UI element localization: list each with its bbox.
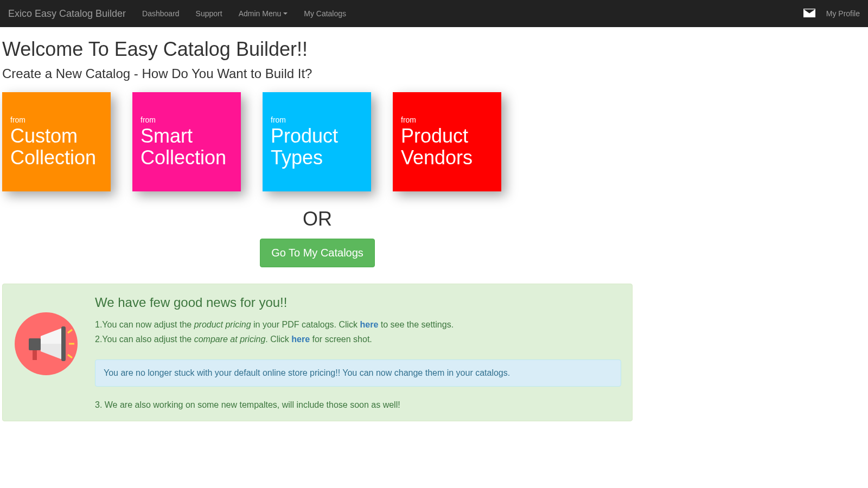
- news-text: for screen shot.: [310, 335, 372, 344]
- svg-rect-4: [61, 326, 66, 361]
- mail-icon[interactable]: [803, 9, 815, 19]
- news-link-pricing[interactable]: here: [360, 320, 379, 329]
- news-content: We have few good news for you!! 1.You ca…: [95, 295, 621, 410]
- nav-support[interactable]: Support: [196, 9, 222, 18]
- tile-title: Smart Collection: [141, 125, 233, 168]
- news-item-3: 3. We are also working on some new tempa…: [95, 400, 621, 410]
- news-item-2: 2.You can also adjust the compare at pri…: [95, 333, 621, 346]
- caret-down-icon: [283, 12, 288, 15]
- or-text: OR: [2, 208, 633, 230]
- megaphone-icon: [14, 311, 79, 378]
- news-text: 1.You can now adjust the: [95, 320, 194, 329]
- navbar: Exico Easy Catalog Builder Dashboard Sup…: [0, 0, 868, 27]
- tile-title: Custom Collection: [10, 125, 103, 168]
- navbar-nav: Dashboard Support Admin Menu My Catalogs: [134, 9, 803, 18]
- main-container: Welcome To Easy Catalog Builder!! Create…: [0, 27, 635, 421]
- nav-admin-menu-label: Admin Menu: [239, 9, 282, 18]
- news-text: 2.You can also adjust the: [95, 335, 194, 344]
- tile-from-label: from: [10, 115, 103, 124]
- or-section: OR Go To My Catalogs: [2, 208, 633, 267]
- go-to-my-catalogs-button[interactable]: Go To My Catalogs: [260, 239, 375, 267]
- tile-smart-collection[interactable]: from Smart Collection: [132, 92, 241, 191]
- news-title: We have few good news for you!!: [95, 295, 621, 310]
- news-emphasis: product pricing: [194, 320, 251, 329]
- news-text: in your PDF catalogs. Click: [251, 320, 360, 329]
- tile-product-types[interactable]: from Product Types: [263, 92, 371, 191]
- tile-from-label: from: [271, 115, 363, 124]
- tile-from-label: from: [401, 115, 493, 124]
- news-item-1: 1.You can now adjust the product pricing…: [95, 318, 621, 331]
- nav-my-catalogs[interactable]: My Catalogs: [304, 9, 346, 18]
- navbar-brand[interactable]: Exico Easy Catalog Builder: [8, 8, 134, 20]
- svg-rect-1: [29, 338, 41, 350]
- tile-title: Product Types: [271, 125, 363, 168]
- nav-admin-menu[interactable]: Admin Menu: [239, 9, 288, 18]
- tiles-row: from Custom Collection from Smart Collec…: [2, 92, 633, 191]
- nav-my-profile[interactable]: My Profile: [826, 9, 860, 18]
- welcome-title: Welcome To Easy Catalog Builder!!: [2, 38, 633, 61]
- tile-custom-collection[interactable]: from Custom Collection: [2, 92, 111, 191]
- news-emphasis: compare at pricing: [194, 335, 266, 344]
- navbar-right: My Profile: [803, 9, 860, 19]
- svg-rect-5: [33, 350, 37, 360]
- nav-dashboard[interactable]: Dashboard: [142, 9, 180, 18]
- news-text: to see the settings.: [378, 320, 454, 329]
- news-link-compare[interactable]: here: [291, 335, 310, 344]
- tile-product-vendors[interactable]: from Product Vendors: [393, 92, 501, 191]
- news-text: . Click: [265, 335, 291, 344]
- news-panel: We have few good news for you!! 1.You ca…: [2, 284, 633, 421]
- tile-from-label: from: [141, 115, 233, 124]
- tile-title: Product Vendors: [401, 125, 493, 168]
- subtitle: Create a New Catalog - How Do You Want t…: [2, 66, 633, 81]
- info-box: You are no longer stuck with your defaul…: [95, 359, 621, 387]
